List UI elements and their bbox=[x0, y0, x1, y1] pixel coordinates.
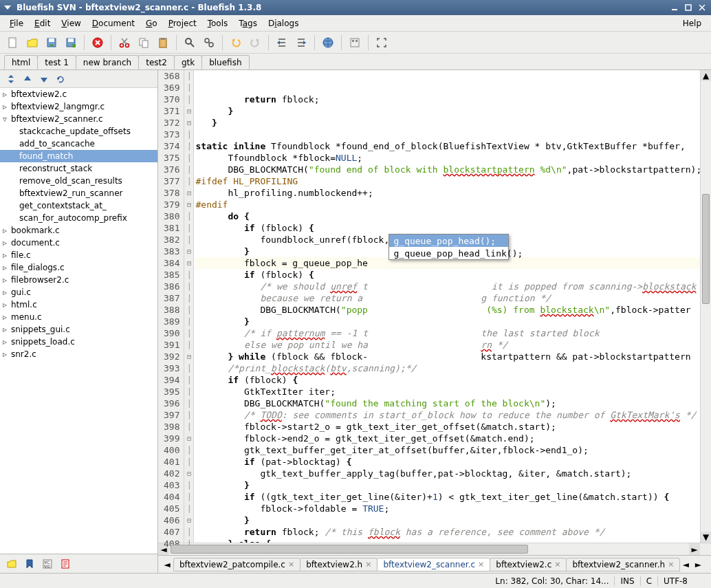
code-line[interactable]: fblock->start2_o = gtk_text_iter_get_off… bbox=[195, 421, 700, 433]
autocomplete-popup[interactable]: g_queue_pop_head();g_queue_pop_head_link… bbox=[389, 234, 509, 260]
menu-document[interactable]: Document bbox=[87, 17, 140, 30]
menu-tools[interactable]: Tools bbox=[202, 17, 234, 30]
menu-tags[interactable]: Tags bbox=[233, 17, 263, 30]
scrollbar-thumb[interactable] bbox=[702, 194, 710, 304]
project-tab[interactable]: test 1 bbox=[37, 55, 76, 69]
tree-item[interactable]: ▹bookmark.c bbox=[0, 224, 157, 237]
code-line[interactable]: return fblock; /* this fblock has a refe… bbox=[195, 526, 700, 538]
fullscreen-icon[interactable] bbox=[373, 34, 391, 52]
project-tab[interactable]: new branch bbox=[76, 55, 139, 69]
tree-item[interactable]: ▹snippets_gui.c bbox=[0, 323, 157, 336]
project-tab[interactable]: test2 bbox=[138, 55, 175, 69]
code-line[interactable]: /*print_blockstack(btv,scanning);*/ bbox=[195, 362, 700, 374]
window-menu-icon[interactable] bbox=[3, 3, 12, 12]
tab-nav-left-icon[interactable]: ◄ bbox=[161, 558, 173, 571]
code-line[interactable] bbox=[195, 129, 700, 140]
open-file-icon[interactable] bbox=[23, 34, 41, 52]
tree-item[interactable]: ▹menu.c bbox=[0, 311, 157, 323]
code-line[interactable]: /* we should unref t it is popped from s… bbox=[195, 281, 700, 292]
undo-icon[interactable] bbox=[227, 34, 245, 52]
scroll-right-icon[interactable]: ► bbox=[689, 543, 700, 555]
arrow-up-icon[interactable] bbox=[21, 72, 34, 86]
tree-item[interactable]: ▿bftextview2_scanner.c bbox=[0, 113, 157, 125]
menu-view[interactable]: View bbox=[56, 17, 86, 30]
folder-icon[interactable] bbox=[4, 556, 19, 571]
tool-a-icon[interactable] bbox=[346, 34, 364, 52]
code-line[interactable]: GtkTextIter iter; bbox=[195, 386, 700, 398]
code-line[interactable]: if (fblock) { bbox=[195, 222, 700, 234]
menu-help[interactable]: Help bbox=[677, 17, 707, 30]
charset-icon[interactable]: ∀C∀∈ bbox=[40, 556, 55, 571]
menu-edit[interactable]: Edit bbox=[29, 17, 56, 30]
fold-column[interactable]: │││⊟⊟│││││⊟⊟│││⊟⊟│││││││⊟││││││⊟││⊟│││⊟│… bbox=[184, 70, 194, 543]
code-line[interactable]: #endif bbox=[195, 199, 700, 210]
code-line[interactable]: } bbox=[195, 514, 700, 526]
code-line[interactable]: if (fblock) { bbox=[195, 374, 700, 386]
tab-close-icon[interactable]: × bbox=[554, 560, 560, 569]
code-line[interactable]: fblock->end2_o = gtk_text_iter_get_offse… bbox=[195, 433, 700, 444]
redo-icon[interactable] bbox=[246, 34, 264, 52]
document-tab[interactable]: bftextview2.h× bbox=[300, 558, 378, 571]
code-line[interactable]: } while (fblock && fblock- kstartpattern… bbox=[195, 351, 700, 362]
scroll-up-icon[interactable]: ▲ bbox=[701, 70, 711, 81]
arrow-down-icon[interactable] bbox=[37, 72, 51, 86]
code-line[interactable]: } bbox=[195, 117, 700, 129]
maximize-button[interactable] bbox=[682, 2, 694, 13]
tab-close-icon[interactable]: × bbox=[365, 560, 371, 569]
code-line[interactable]: } bbox=[195, 316, 700, 327]
tab-close-icon[interactable]: × bbox=[288, 560, 294, 569]
code-line[interactable]: DBG_BLOCKMATCH("found the matching start… bbox=[195, 398, 700, 409]
project-tab[interactable]: bluefish bbox=[201, 55, 249, 69]
tree-function[interactable]: stackcache_update_offsets bbox=[0, 125, 157, 138]
code-line[interactable]: hl_profiling.numblockend++; bbox=[195, 187, 700, 199]
code-editor[interactable]: return fblock; } }static inline Tfoundbl… bbox=[194, 70, 700, 543]
tree-item[interactable]: ▹file_dialogs.c bbox=[0, 261, 157, 274]
code-line[interactable]: gtk_text_buffer_apply_tag(buffer,pat->bl… bbox=[195, 468, 700, 479]
document-tab[interactable]: bftextview2_scanner.h× bbox=[566, 558, 680, 571]
tree-item[interactable]: ▹file.c bbox=[0, 249, 157, 261]
unindent-icon[interactable] bbox=[273, 34, 291, 52]
tree-function[interactable]: add_to_scancache bbox=[0, 138, 157, 150]
save-file-icon[interactable] bbox=[43, 34, 61, 52]
tree-item[interactable]: ▹snr2.c bbox=[0, 348, 157, 360]
document-tab[interactable]: bftextview2_scanner.c× bbox=[377, 558, 490, 571]
code-line[interactable]: else we pop until we ha rn */ bbox=[195, 339, 700, 351]
document-tab[interactable]: bftextview2.c× bbox=[490, 558, 567, 571]
vertical-scrollbar[interactable]: ▲ ▼ bbox=[700, 70, 711, 543]
cut-icon[interactable] bbox=[116, 34, 133, 52]
menu-go[interactable]: Go bbox=[140, 17, 163, 30]
code-line[interactable]: because we return a g function */ bbox=[195, 292, 700, 304]
tree-function[interactable]: bftextview2_run_scanner bbox=[0, 187, 157, 199]
h-scrollbar-thumb[interactable] bbox=[171, 545, 528, 554]
autocomplete-item[interactable]: g_queue_pop_head_link(); bbox=[389, 247, 508, 259]
scroll-down-icon[interactable]: ▼ bbox=[701, 532, 711, 543]
tree-item[interactable]: ▹gui.c bbox=[0, 286, 157, 298]
code-line[interactable]: /* TODO: see comments in start_of_block … bbox=[195, 409, 700, 421]
tree-item[interactable]: ▹html.c bbox=[0, 298, 157, 311]
save-as-icon[interactable] bbox=[62, 34, 80, 52]
tree-function[interactable]: get_contextstack_at_ bbox=[0, 199, 157, 212]
code-line[interactable]: static inline Tfoundblock *found_end_of_… bbox=[195, 140, 700, 152]
code-line[interactable]: gtk_text_buffer_get_iter_at_offset(buffe… bbox=[195, 444, 700, 456]
new-file-icon[interactable] bbox=[4, 34, 22, 52]
code-line[interactable]: } bbox=[195, 479, 700, 491]
bookmark-icon[interactable] bbox=[22, 556, 37, 571]
snippets-icon[interactable] bbox=[58, 556, 73, 571]
close-icon[interactable] bbox=[89, 34, 107, 52]
preview-browser-icon[interactable] bbox=[319, 34, 337, 52]
project-tab[interactable]: html bbox=[4, 55, 38, 69]
arrow-updown-icon[interactable] bbox=[4, 72, 18, 86]
tree-function[interactable]: found_match bbox=[0, 150, 157, 162]
copy-icon[interactable] bbox=[135, 34, 153, 52]
tree-function[interactable]: reconstruct_stack bbox=[0, 162, 157, 175]
tree-item[interactable]: ▹document.c bbox=[0, 237, 157, 249]
code-line[interactable]: if (pat->blocktag) { bbox=[195, 456, 700, 468]
tree-function[interactable]: remove_old_scan_results bbox=[0, 175, 157, 187]
tab-nav-right-icon[interactable]: ► bbox=[692, 558, 704, 571]
find-icon[interactable] bbox=[181, 34, 199, 52]
paste-icon[interactable] bbox=[154, 34, 172, 52]
menu-project[interactable]: Project bbox=[163, 17, 202, 30]
code-line[interactable]: fblock->foldable = TRUE; bbox=[195, 503, 700, 514]
tree-item[interactable]: ▹bftextview2.c bbox=[0, 88, 157, 100]
code-line[interactable]: #ifdef HL_PROFILING bbox=[195, 175, 700, 187]
